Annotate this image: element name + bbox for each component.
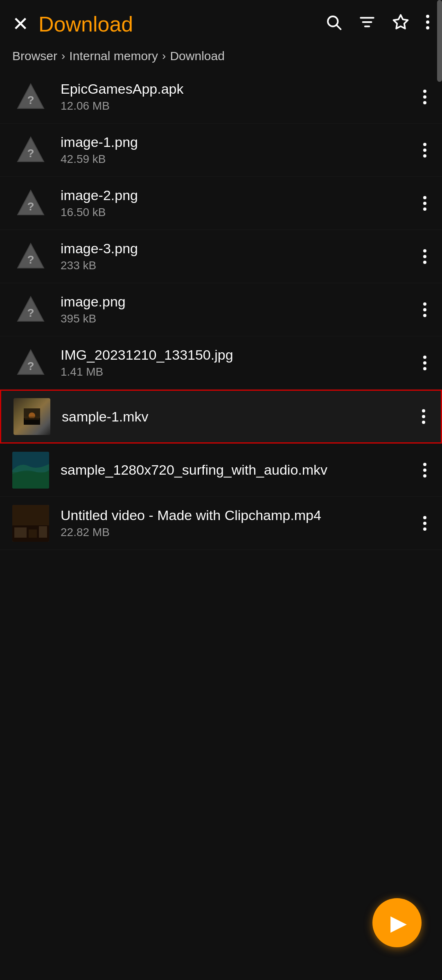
- item-menu-button[interactable]: [420, 460, 430, 481]
- file-name: EpicGamesApp.apk: [61, 81, 420, 97]
- svg-line-1: [337, 25, 341, 29]
- item-menu-button[interactable]: [420, 513, 430, 534]
- file-size: 233 kB: [61, 259, 420, 272]
- dot: [423, 261, 426, 264]
- dot: [423, 474, 426, 478]
- dot: [422, 415, 425, 418]
- dot: [423, 522, 426, 525]
- file-info: sample_1280x720_surfing_with_audio.mkv: [61, 462, 420, 478]
- list-item[interactable]: ? image-2.png 16.50 kB: [0, 177, 442, 230]
- item-menu-button[interactable]: [420, 246, 430, 267]
- svg-text:?: ?: [27, 253, 34, 266]
- svg-text:?: ?: [27, 360, 34, 372]
- file-name: sample-1.mkv: [62, 409, 419, 425]
- item-menu-button[interactable]: [420, 299, 430, 320]
- dot: [422, 409, 425, 412]
- dot: [423, 90, 426, 93]
- list-item[interactable]: ? image-3.png 233 kB: [0, 230, 442, 283]
- file-info: image-2.png 16.50 kB: [61, 187, 420, 219]
- dot: [423, 469, 426, 472]
- page-title: Download: [38, 12, 325, 36]
- item-menu-button[interactable]: [420, 352, 430, 374]
- unknown-file-icon: ?: [14, 240, 47, 273]
- svg-rect-25: [25, 417, 39, 420]
- item-menu-button[interactable]: [420, 140, 430, 161]
- svg-text:?: ?: [27, 306, 34, 319]
- file-name: image.png: [61, 294, 420, 310]
- file-size: 22.82 MB: [61, 526, 420, 539]
- list-item-selected[interactable]: sample-1.mkv: [0, 390, 442, 444]
- svg-point-6: [426, 15, 429, 18]
- unknown-file-icon: ?: [14, 134, 47, 167]
- dot: [423, 249, 426, 252]
- file-name: image-2.png: [61, 187, 420, 203]
- file-name: image-1.png: [61, 134, 420, 150]
- dot: [423, 356, 426, 359]
- list-item[interactable]: ? IMG_20231210_133150.jpg 1.41 MB: [0, 336, 442, 390]
- dot: [423, 516, 426, 519]
- breadcrumb-download: Download: [170, 49, 224, 63]
- svg-rect-30: [14, 527, 27, 538]
- dot: [423, 202, 426, 205]
- favorites-icon[interactable]: [392, 14, 409, 35]
- file-thumbnail: ?: [12, 345, 49, 381]
- file-thumbnail: ?: [12, 132, 49, 169]
- file-name: Untitled video - Made with Clipchamp.mp4: [61, 507, 420, 523]
- dot: [423, 154, 426, 158]
- dot: [423, 196, 426, 199]
- dot: [423, 101, 426, 104]
- file-size: 1.41 MB: [61, 365, 420, 378]
- unknown-file-icon: ?: [14, 293, 47, 326]
- dot: [423, 314, 426, 317]
- svg-point-7: [426, 20, 429, 24]
- dot: [423, 207, 426, 211]
- unknown-file-icon: ?: [14, 81, 47, 113]
- svg-text:?: ?: [27, 147, 34, 160]
- file-name: IMG_20231210_133150.jpg: [61, 347, 420, 363]
- file-info: IMG_20231210_133150.jpg 1.41 MB: [61, 347, 420, 378]
- file-info: image-1.png 42.59 kB: [61, 134, 420, 166]
- dot: [423, 308, 426, 311]
- item-menu-button[interactable]: [419, 406, 428, 427]
- close-button[interactable]: ✕: [12, 14, 29, 34]
- item-menu-button[interactable]: [420, 193, 430, 214]
- list-item[interactable]: sample_1280x720_surfing_with_audio.mkv: [0, 444, 442, 497]
- item-menu-button[interactable]: [420, 86, 430, 108]
- list-item[interactable]: Untitled video - Made with Clipchamp.mp4…: [0, 497, 442, 550]
- svg-marker-5: [394, 15, 408, 29]
- more-options-icon[interactable]: [426, 14, 430, 35]
- svg-text:?: ?: [27, 200, 34, 213]
- breadcrumb-sep-1: ›: [61, 50, 65, 63]
- breadcrumb-sep-2: ›: [162, 50, 166, 63]
- file-thumbnail: [14, 398, 50, 435]
- dot: [423, 95, 426, 99]
- list-item[interactable]: ? image-1.png 42.59 kB: [0, 124, 442, 177]
- search-icon[interactable]: [325, 14, 342, 35]
- dot: [422, 421, 425, 424]
- file-info: sample-1.mkv: [62, 409, 419, 425]
- file-info: image-3.png 233 kB: [61, 241, 420, 272]
- list-item[interactable]: ? EpicGamesApp.apk 12.06 MB: [0, 70, 442, 124]
- unknown-file-icon: ?: [14, 187, 47, 220]
- file-name: sample_1280x720_surfing_with_audio.mkv: [61, 462, 420, 478]
- svg-text:?: ?: [27, 94, 34, 106]
- dot: [423, 367, 426, 370]
- svg-rect-32: [39, 526, 47, 538]
- file-size: 12.06 MB: [61, 99, 420, 113]
- dot: [423, 361, 426, 365]
- file-size: 42.59 kB: [61, 153, 420, 166]
- dot: [423, 143, 426, 146]
- breadcrumb-internal-memory[interactable]: Internal memory: [69, 49, 158, 63]
- play-icon: ▶: [390, 910, 407, 935]
- file-info: EpicGamesApp.apk 12.06 MB: [61, 81, 420, 113]
- scrollbar[interactable]: [437, 0, 442, 82]
- breadcrumb-browser[interactable]: Browser: [12, 49, 57, 63]
- play-fab-button[interactable]: ▶: [372, 898, 422, 947]
- file-size: 16.50 kB: [61, 206, 420, 219]
- header-actions: [325, 14, 430, 35]
- list-item[interactable]: ? image.png 395 kB: [0, 283, 442, 336]
- file-thumbnail: [12, 505, 49, 542]
- filter-icon[interactable]: [359, 14, 376, 35]
- file-thumbnail: ?: [12, 291, 49, 328]
- file-thumbnail: [12, 452, 49, 489]
